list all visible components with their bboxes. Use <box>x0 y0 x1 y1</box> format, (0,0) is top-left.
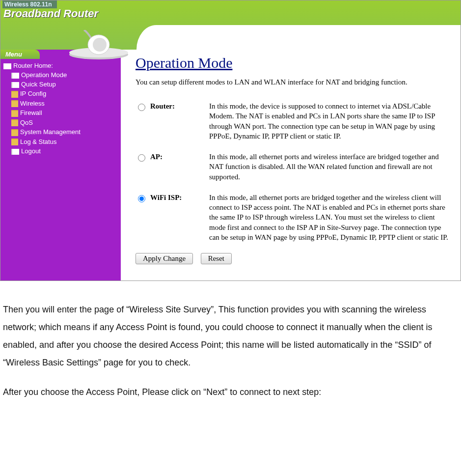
nav-item-label: Firewall <box>20 109 42 116</box>
page-title: Operation Mode <box>136 55 451 71</box>
content-panel: Operation Mode You can setup different m… <box>121 50 461 280</box>
reset-button[interactable]: Reset <box>201 253 232 264</box>
nav-item-system-management[interactable]: System Management <box>3 127 118 137</box>
nav-root[interactable]: Router Home: <box>3 61 118 70</box>
nav-item-label: IP Config <box>20 90 46 97</box>
menu-tab: Menu <box>0 50 40 59</box>
nav-item-qos[interactable]: QoS <box>3 118 118 128</box>
nav-item-firewall[interactable]: Firewall <box>3 108 118 118</box>
home-icon <box>3 63 11 69</box>
nav-item-label: QoS <box>20 119 33 126</box>
mode-description-wifi_isp: In this mode, all ethernet ports are bri… <box>209 193 451 242</box>
nav-item-label: Wireless <box>20 100 45 107</box>
mode-label-ap: AP: <box>150 152 209 161</box>
mode-radio-ap[interactable] <box>138 154 145 162</box>
mode-description-router: In this mode, the device is supposed to … <box>209 101 451 141</box>
nav-tree: Router Home: Operation ModeQuick SetupIP… <box>0 59 121 166</box>
nav-item-wireless[interactable]: Wireless <box>3 99 118 109</box>
folder-icon <box>11 119 18 126</box>
instruction-text: Then you will enter the page of “Wireles… <box>0 281 461 418</box>
button-row: Apply Change Reset <box>136 253 451 264</box>
header-banner: Wireless 802.11n Broadband Router <box>0 0 461 50</box>
nav-root-label: Router Home: <box>13 62 53 69</box>
mode-radio-router[interactable] <box>138 104 145 111</box>
operation-mode-options: Router:In this mode, the device is suppo… <box>136 101 451 242</box>
nav-item-label: System Management <box>20 128 81 136</box>
mode-row-router: Router:In this mode, the device is suppo… <box>136 101 451 141</box>
folder-icon <box>11 129 18 136</box>
folder-icon <box>11 139 18 145</box>
instruction-paragraph-2: After you choose the Access Point, Pleas… <box>3 383 458 401</box>
page-icon <box>11 149 19 155</box>
mode-row-wifi_isp: WiFi ISP:In this mode, all ethernet port… <box>136 193 451 242</box>
sidebar: Menu Router Home: Operation ModeQuick Se… <box>0 50 121 280</box>
svg-point-3 <box>93 38 107 52</box>
page-icon <box>11 82 19 88</box>
nav-item-logout[interactable]: Logout <box>3 146 118 156</box>
nav-item-quick-setup[interactable]: Quick Setup <box>3 80 118 89</box>
mode-label-wifi_isp: WiFi ISP: <box>150 193 209 202</box>
mode-row-ap: AP:In this mode, all ethernet ports and … <box>136 152 451 182</box>
nav-item-label: Quick Setup <box>21 81 56 88</box>
main-area: Menu Router Home: Operation ModeQuick Se… <box>0 50 461 280</box>
nav-item-label: Operation Mode <box>21 71 67 79</box>
page-icon <box>11 73 19 79</box>
nav-item-label: Log & Status <box>20 138 56 145</box>
page-intro: You can setup different modes to LAN and… <box>136 78 451 86</box>
nav-item-operation-mode[interactable]: Operation Mode <box>3 70 118 80</box>
nav-item-label: Logout <box>21 147 41 155</box>
mode-radio-wifi_isp[interactable] <box>138 195 145 202</box>
nav-item-ip-config[interactable]: IP Config <box>3 89 118 99</box>
header-title: Broadband Router <box>3 7 98 20</box>
folder-icon <box>11 91 18 98</box>
mode-label-router: Router: <box>150 101 209 111</box>
folder-icon <box>11 100 18 107</box>
nav-item-log-status[interactable]: Log & Status <box>3 137 118 147</box>
router-admin-ui: Wireless 802.11n Broadband Router Menu R… <box>0 0 461 281</box>
antenna-graphic <box>64 30 133 59</box>
folder-icon <box>11 110 18 117</box>
mode-description-ap: In this mode, all ethernet ports and wir… <box>209 152 451 182</box>
instruction-paragraph-1: Then you will enter the page of “Wireles… <box>3 301 458 371</box>
header-curve <box>136 25 461 50</box>
apply-change-button[interactable]: Apply Change <box>136 253 193 264</box>
